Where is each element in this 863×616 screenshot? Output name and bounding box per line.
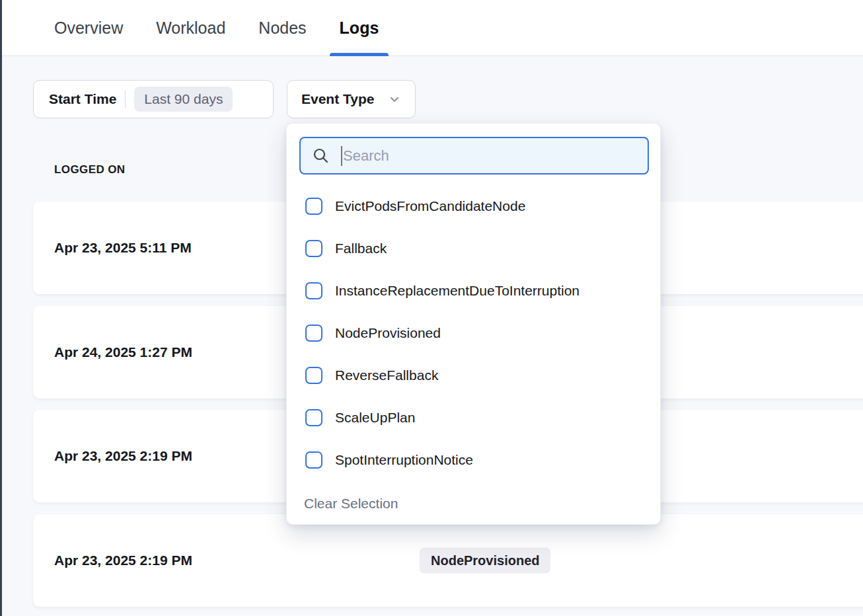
event-type-checkbox[interactable] <box>305 240 322 257</box>
option-spotinterruptionnotice[interactable]: SpotInterruptionNotice <box>287 439 660 481</box>
tab-overview[interactable]: Overview <box>54 0 123 56</box>
filter-divider <box>125 91 126 108</box>
option-label: EvictPodsFromCandidateNode <box>335 198 525 214</box>
event-type-checkbox[interactable] <box>305 282 322 299</box>
option-label: ReverseFallback <box>335 367 438 383</box>
tab-bar: Overview Workload Nodes Logs <box>2 0 863 56</box>
start-time-label: Start Time <box>49 91 116 107</box>
table-row: Apr 23, 2025 2:19 PM NodeProvisioned <box>33 514 863 607</box>
search-icon <box>312 147 330 165</box>
column-header-logged-on: LOGGED ON <box>54 163 126 176</box>
logged-on-value: Apr 23, 2025 5:11 PM <box>54 240 192 256</box>
option-instancereplacementduetointerruption[interactable]: InstanceReplacementDueToInterruption <box>287 270 660 312</box>
option-label: SpotInterruptionNotice <box>335 452 473 468</box>
option-label: InstanceReplacementDueToInterruption <box>335 283 580 299</box>
event-type-dropdown: EvictPodsFromCandidateNode Fallback Inst… <box>286 123 661 525</box>
tab-nodes[interactable]: Nodes <box>258 0 306 56</box>
dropdown-search-box[interactable] <box>299 137 649 174</box>
option-evictpodsfromcandidatenode[interactable]: EvictPodsFromCandidateNode <box>287 185 660 227</box>
sidebar-edge <box>0 0 2 616</box>
chevron-down-icon <box>388 93 401 106</box>
event-type-badge: NodeProvisioned <box>420 548 550 574</box>
option-label: Fallback <box>335 241 387 256</box>
option-label: NodeProvisioned <box>335 325 441 341</box>
logged-on-value: Apr 23, 2025 2:19 PM <box>54 553 192 568</box>
tab-logs[interactable]: Logs <box>340 0 379 56</box>
event-type-checkbox[interactable] <box>305 409 322 426</box>
search-input[interactable] <box>343 147 638 165</box>
clear-selection-button[interactable]: Clear Selection <box>304 496 398 512</box>
event-type-options: EvictPodsFromCandidateNode Fallback Inst… <box>287 185 660 481</box>
logged-on-value: Apr 23, 2025 2:19 PM <box>54 448 192 464</box>
start-time-value-pill: Last 90 days <box>134 87 233 112</box>
option-fallback[interactable]: Fallback <box>287 227 660 270</box>
option-label: ScaleUpPlan <box>335 410 415 426</box>
event-type-filter-button[interactable]: Event Type <box>287 80 416 118</box>
option-reversefallback[interactable]: ReverseFallback <box>287 354 660 397</box>
text-cursor <box>341 146 342 166</box>
logs-page: Overview Workload Nodes Logs Start Time … <box>0 0 863 616</box>
option-scaleupplan[interactable]: ScaleUpPlan <box>287 397 660 439</box>
event-type-label: Event Type <box>301 91 374 107</box>
tab-workload[interactable]: Workload <box>156 0 225 56</box>
event-type-checkbox[interactable] <box>305 451 322 469</box>
event-type-checkbox[interactable] <box>305 198 322 215</box>
start-time-filter-button[interactable]: Start Time Last 90 days <box>33 80 274 118</box>
logged-on-value: Apr 24, 2025 1:27 PM <box>54 344 192 360</box>
event-type-checkbox[interactable] <box>305 325 322 342</box>
option-nodeprovisioned[interactable]: NodeProvisioned <box>287 312 660 354</box>
event-type-checkbox[interactable] <box>305 367 322 384</box>
